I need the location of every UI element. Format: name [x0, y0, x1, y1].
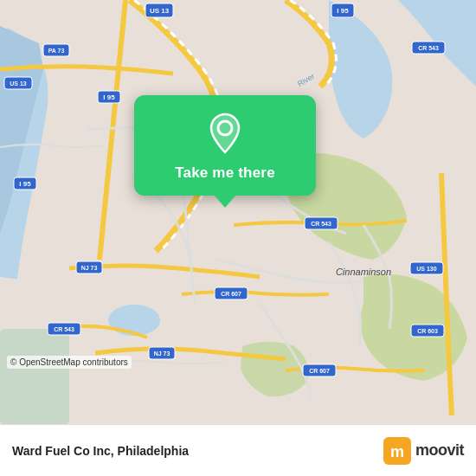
- svg-text:CR 607: CR 607: [221, 291, 241, 297]
- svg-text:NJ 73: NJ 73: [154, 351, 170, 357]
- svg-text:US 13: US 13: [150, 7, 170, 15]
- svg-text:I 95: I 95: [103, 93, 115, 101]
- location-name: Ward Fuel Co Inc, Philadelphia: [12, 444, 383, 458]
- svg-text:CR 543: CR 543: [311, 221, 331, 227]
- svg-rect-3: [0, 329, 69, 424]
- svg-text:US 130: US 130: [416, 266, 436, 272]
- svg-point-2: [108, 305, 160, 336]
- svg-text:I 95: I 95: [19, 180, 31, 188]
- svg-text:CR 543: CR 543: [418, 45, 439, 51]
- take-me-there-popup[interactable]: Take me there: [134, 95, 316, 196]
- take-me-there-label: Take me there: [175, 164, 275, 182]
- moovit-brand-text: moovit: [415, 441, 464, 460]
- moovit-icon: m: [383, 437, 411, 465]
- map-container: US 13 I 95 PA 73 US 13 I 95 I 95 NJ 73 C…: [0, 0, 476, 424]
- osm-credit: © OpenStreetMap contributors: [7, 356, 132, 369]
- location-pin-icon: [203, 111, 248, 156]
- svg-text:CR 607: CR 607: [309, 368, 330, 374]
- svg-text:NJ 73: NJ 73: [81, 265, 98, 271]
- svg-text:US 13: US 13: [10, 80, 27, 87]
- svg-text:m: m: [390, 443, 404, 460]
- svg-text:Cinnaminson: Cinnaminson: [336, 267, 391, 277]
- moovit-logo: m moovit: [383, 437, 464, 465]
- svg-text:CR 543: CR 543: [54, 326, 74, 332]
- svg-text:PA 73: PA 73: [48, 48, 65, 54]
- svg-text:I 95: I 95: [337, 7, 349, 15]
- svg-text:CR 603: CR 603: [417, 328, 438, 334]
- bottom-bar: Ward Fuel Co Inc, Philadelphia m moovit: [0, 424, 476, 476]
